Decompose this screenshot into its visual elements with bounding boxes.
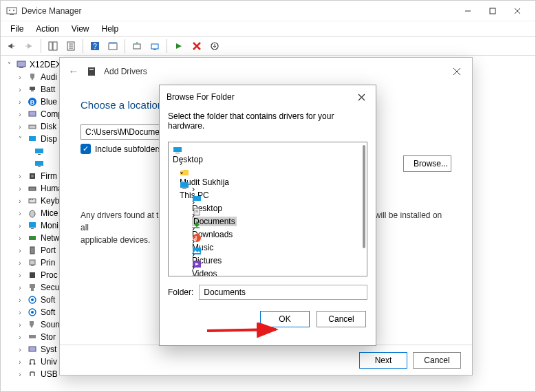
browse-for-folder-dialog: Browse For Folder Select the folder that… (159, 85, 376, 346)
expand-icon[interactable]: › (192, 250, 195, 259)
svg-rect-38 (38, 166, 41, 167)
expand-icon[interactable]: › (16, 123, 24, 131)
menu-view[interactable]: View (66, 23, 95, 35)
folder-tree[interactable]: Desktop › Mudit Sukhija ˅ This PC › Desk… (168, 142, 367, 276)
scan-hardware-icon[interactable] (129, 39, 144, 54)
properties-icon[interactable] (63, 39, 78, 54)
expand-icon[interactable]: › (16, 259, 24, 267)
enable-device-icon[interactable] (171, 39, 186, 54)
expand-icon[interactable]: › (16, 284, 24, 292)
expand-icon[interactable]: › (16, 247, 24, 254)
expand-icon[interactable]: › (16, 111, 24, 118)
expand-icon[interactable]: › (16, 296, 24, 304)
svg-rect-59 (29, 335, 36, 338)
tree-item-label: Batt (41, 85, 55, 94)
tree-item-label: Stor (41, 332, 56, 342)
tree-item-label: Disk (41, 122, 56, 131)
expand-icon[interactable]: ˅ (16, 135, 24, 143)
expand-icon[interactable]: › (192, 224, 195, 233)
minimize-button[interactable] (455, 1, 480, 21)
svg-rect-70 (175, 153, 180, 153)
expand-icon[interactable]: › (16, 98, 24, 106)
expand-icon[interactable]: › (16, 272, 24, 279)
expand-icon[interactable]: › (16, 185, 24, 193)
svg-rect-33 (29, 125, 36, 129)
svg-rect-18 (109, 43, 117, 50)
help-icon[interactable]: ? (87, 39, 103, 54)
svg-rect-20 (133, 44, 140, 49)
category-icon (27, 369, 38, 380)
svg-rect-49 (30, 247, 34, 254)
tree-item-label: Proc (41, 270, 58, 280)
dialog-close-button[interactable] (354, 89, 369, 105)
svg-rect-64 (89, 69, 94, 70)
svg-rect-44 (32, 199, 33, 200)
include-subfolders-checkbox[interactable]: ✓ (81, 144, 91, 154)
wizard-close-button[interactable] (449, 63, 465, 80)
tree-item-label: Syst (41, 345, 56, 354)
expand-icon[interactable]: › (16, 309, 24, 316)
expand-icon[interactable]: › (16, 86, 24, 94)
expand-icon[interactable]: › (16, 222, 24, 230)
category-icon (27, 331, 38, 342)
svg-text:?: ? (93, 43, 97, 50)
expand-icon[interactable]: › (16, 74, 24, 81)
tree-item-label: Secu (41, 283, 59, 292)
maximize-button[interactable] (480, 1, 505, 21)
expand-icon[interactable]: › (16, 358, 24, 366)
expand-icon[interactable]: › (16, 321, 24, 329)
expand-icon[interactable]: › (16, 197, 24, 205)
expand-icon[interactable]: › (16, 334, 24, 341)
expand-icon[interactable]: › (192, 263, 195, 272)
tree-item-label: Keyb (41, 196, 59, 206)
toolbar: ? (1, 36, 535, 56)
expand-icon[interactable]: › (16, 346, 24, 353)
add-driver-icon[interactable] (147, 39, 162, 54)
menu-file[interactable]: File (5, 23, 29, 35)
node-desktop[interactable]: Desktop (173, 155, 203, 164)
localdisk-icon (192, 272, 365, 276)
ok-button[interactable]: OK (260, 311, 310, 327)
dialog-cancel-button[interactable]: Cancel (317, 311, 366, 327)
svg-rect-26 (17, 61, 25, 67)
dialog-title: Browse For Folder (167, 92, 235, 102)
expand-icon[interactable]: › (192, 237, 195, 246)
category-icon (27, 183, 38, 194)
expand-icon[interactable]: › (192, 184, 195, 194)
node-videos[interactable]: Videos (192, 269, 217, 276)
category-icon (27, 208, 38, 219)
forward-button[interactable] (21, 39, 36, 54)
svg-rect-42 (29, 199, 36, 203)
show-hide-console-icon[interactable] (45, 39, 61, 54)
close-button[interactable] (505, 1, 530, 21)
back-button[interactable] (3, 39, 19, 54)
expand-icon[interactable]: › (16, 371, 24, 378)
folder-input[interactable] (199, 285, 367, 300)
uninstall-device-icon[interactable] (189, 39, 204, 54)
wizard-cancel-button[interactable]: Cancel (413, 352, 461, 369)
scrollbar-thumb[interactable] (363, 145, 365, 248)
tree-item-label: Moni (41, 221, 58, 230)
svg-rect-35 (35, 149, 43, 153)
expand-icon[interactable]: › (192, 210, 195, 220)
expand-icon[interactable]: › (16, 210, 24, 217)
action-icon[interactable] (105, 39, 120, 54)
svg-rect-22 (153, 50, 156, 50)
svg-rect-11 (53, 42, 57, 50)
expand-icon[interactable]: › (16, 173, 24, 180)
tree-item-label: Soft (41, 307, 55, 317)
menu-help[interactable]: Help (96, 23, 125, 35)
expand-icon[interactable]: › (180, 158, 182, 168)
collapse-icon[interactable]: ˅ (180, 171, 184, 181)
expand-icon[interactable]: › (16, 235, 24, 242)
collapse-icon[interactable]: ˅ (5, 61, 13, 69)
expand-icon[interactable]: › (192, 197, 195, 207)
next-button[interactable]: Next (359, 352, 407, 369)
tree-root-label: X12DEX (30, 60, 61, 69)
update-driver-icon[interactable] (207, 39, 222, 54)
menu-action[interactable]: Action (30, 23, 64, 35)
svg-rect-10 (49, 42, 52, 50)
back-arrow-icon[interactable]: ← (68, 65, 79, 78)
svg-point-61 (30, 363, 32, 365)
browse-button[interactable]: Browse... (403, 155, 451, 172)
